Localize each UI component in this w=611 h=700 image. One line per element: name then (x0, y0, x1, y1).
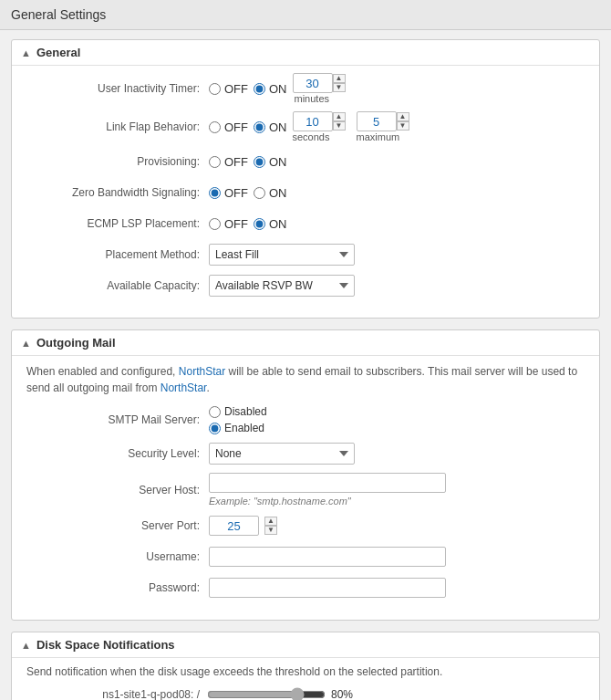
zero-bandwidth-on-radio[interactable] (254, 187, 265, 199)
link-flap-seconds-up-btn[interactable]: ▲ (333, 112, 346, 121)
password-label: Password: (26, 581, 209, 594)
zero-bandwidth-on-label[interactable]: ON (254, 186, 287, 200)
link-flap-off-radio[interactable] (209, 121, 221, 133)
provisioning-on-label[interactable]: ON (254, 155, 287, 169)
link-flap-max-down-btn[interactable]: ▼ (397, 121, 409, 131)
outgoing-mail-description: When enabled and configured, NorthStar w… (26, 363, 585, 396)
link-flap-max-arrows: ▲ ▼ (397, 112, 409, 131)
security-level-label: Security Level: (26, 447, 209, 460)
username-label: Username: (26, 550, 209, 563)
provisioning-off-label[interactable]: OFF (209, 155, 248, 169)
user-inactivity-down-btn[interactable]: ▼ (333, 83, 346, 92)
link-flap-seconds-down-btn[interactable]: ▼ (333, 121, 346, 131)
ecmp-lsp-off-radio[interactable] (209, 218, 221, 230)
disk-section-header[interactable]: ▲ Disk Space Notifications (12, 632, 599, 657)
link-flap-max-input[interactable] (357, 111, 397, 131)
user-inactivity-off-label[interactable]: OFF (209, 82, 248, 96)
security-level-row: Security Level: None SSL TLS (26, 442, 585, 465)
northstar-highlight-1: NorthStar (179, 365, 225, 378)
zero-bandwidth-controls: OFF ON (209, 186, 287, 200)
link-flap-on-radio[interactable] (254, 121, 265, 133)
user-inactivity-on-radio[interactable] (254, 83, 265, 95)
ecmp-lsp-on-label[interactable]: ON (254, 217, 287, 231)
smtp-enabled-radio[interactable] (209, 423, 221, 434)
zero-bandwidth-on-text: ON (269, 186, 287, 200)
security-level-controls: None SSL TLS (209, 443, 355, 465)
outgoing-mail-section: ▲ Outgoing Mail When enabled and configu… (11, 329, 600, 621)
northstar-highlight-2: NorthStar (161, 381, 207, 394)
user-inactivity-minutes-row: ▲ ▼ (293, 73, 346, 93)
server-port-label: Server Port: (26, 519, 209, 532)
smtp-disabled-radio[interactable] (209, 406, 221, 418)
page-title: General Settings (0, 0, 611, 30)
server-port-down-btn[interactable]: ▼ (264, 526, 277, 535)
smtp-disabled-label[interactable]: Disabled (209, 405, 267, 418)
disk-collapse-icon: ▲ (21, 640, 31, 651)
server-port-up-btn[interactable]: ▲ (264, 517, 277, 526)
disk-section: ▲ Disk Space Notifications Send notifica… (11, 632, 600, 700)
server-port-arrows: ▲ ▼ (264, 517, 277, 535)
link-flap-seconds-arrows: ▲ ▼ (333, 112, 346, 131)
user-inactivity-spinner-group: ▲ ▼ minutes (293, 73, 346, 104)
password-controls (209, 578, 446, 598)
link-flap-seconds-input[interactable] (293, 111, 333, 131)
user-inactivity-arrows: ▲ ▼ (333, 74, 346, 92)
server-host-row: Server Host: Example: "smtp.hostname.com… (26, 473, 585, 507)
link-flap-on-label[interactable]: ON (254, 120, 287, 134)
general-section-body: User Inactivity Timer: OFF ON (12, 65, 599, 318)
smtp-enabled-label[interactable]: Enabled (209, 422, 267, 434)
link-flap-max-unit: maximum (357, 131, 400, 142)
smtp-enabled-text: Enabled (224, 422, 264, 434)
disk-description: Send notification when the disk usage ex… (26, 665, 585, 678)
placement-method-select[interactable]: Least Fill Most Fill Random (209, 244, 355, 266)
link-flap-seconds-row: ▲ ▼ (293, 111, 346, 131)
general-section: ▲ General User Inactivity Timer: OFF ON (11, 39, 600, 319)
user-inactivity-on-label[interactable]: ON (254, 82, 287, 96)
link-flap-controls: OFF ON ▲ ▼ (209, 111, 409, 142)
ecmp-lsp-row: ECMP LSP Placement: OFF ON (26, 212, 585, 235)
user-inactivity-input[interactable] (293, 73, 333, 93)
username-row: Username: (26, 545, 585, 569)
server-port-input[interactable] (209, 516, 259, 536)
server-host-input[interactable] (209, 473, 446, 493)
link-flap-max-up-btn[interactable]: ▲ (397, 112, 409, 121)
provisioning-off-radio[interactable] (209, 156, 221, 168)
link-flap-seconds-unit: seconds (293, 131, 330, 142)
link-flap-max-col: ▲ ▼ maximum (357, 111, 409, 142)
smtp-radio-group: Disabled Enabled (209, 405, 267, 434)
username-input[interactable] (209, 547, 446, 567)
user-inactivity-controls: OFF ON ▲ ▼ minut (209, 73, 346, 104)
user-inactivity-off-radio[interactable] (209, 83, 221, 95)
link-flap-on-text: ON (269, 120, 287, 134)
ecmp-lsp-on-radio[interactable] (254, 218, 265, 230)
zero-bandwidth-off-radio[interactable] (209, 187, 221, 199)
server-host-label: Server Host: (26, 484, 209, 496)
link-flap-spinners: ▲ ▼ seconds ▲ ▼ (293, 111, 409, 142)
placement-method-label: Placement Method: (26, 248, 209, 261)
outgoing-mail-section-header[interactable]: ▲ Outgoing Mail (12, 330, 599, 355)
zero-bandwidth-label: Zero Bandwidth Signaling: (26, 186, 209, 199)
available-capacity-select[interactable]: Available RSVP BW Reservable BW (209, 275, 355, 297)
general-section-header[interactable]: ▲ General (12, 40, 599, 65)
ecmp-lsp-off-text: OFF (224, 217, 248, 231)
provisioning-row: Provisioning: OFF ON (26, 150, 585, 173)
zero-bandwidth-off-label[interactable]: OFF (209, 186, 248, 200)
password-input[interactable] (209, 578, 446, 598)
disk-partition-1-label: ns1-site1-q-pod08: / (26, 688, 200, 700)
provisioning-on-radio[interactable] (254, 156, 265, 168)
disk-partition-1-slider[interactable] (207, 687, 326, 700)
username-controls (209, 547, 446, 567)
disk-partition-1-slider-wrap: 80% (207, 687, 368, 700)
outgoing-mail-collapse-icon: ▲ (21, 338, 31, 349)
security-level-select[interactable]: None SSL TLS (209, 443, 355, 465)
smtp-server-label: SMTP Mail Server: (26, 413, 209, 426)
link-flap-off-label[interactable]: OFF (209, 120, 248, 134)
link-flap-off-text: OFF (224, 120, 248, 134)
ecmp-lsp-off-label[interactable]: OFF (209, 217, 248, 231)
general-section-title: General (36, 46, 80, 59)
link-flap-row: Link Flap Behavior: OFF ON (26, 111, 585, 142)
link-flap-seconds-col: ▲ ▼ seconds (293, 111, 346, 142)
disk-section-title: Disk Space Notifications (36, 638, 175, 652)
ecmp-lsp-controls: OFF ON (209, 217, 287, 231)
user-inactivity-up-btn[interactable]: ▲ (333, 74, 346, 83)
